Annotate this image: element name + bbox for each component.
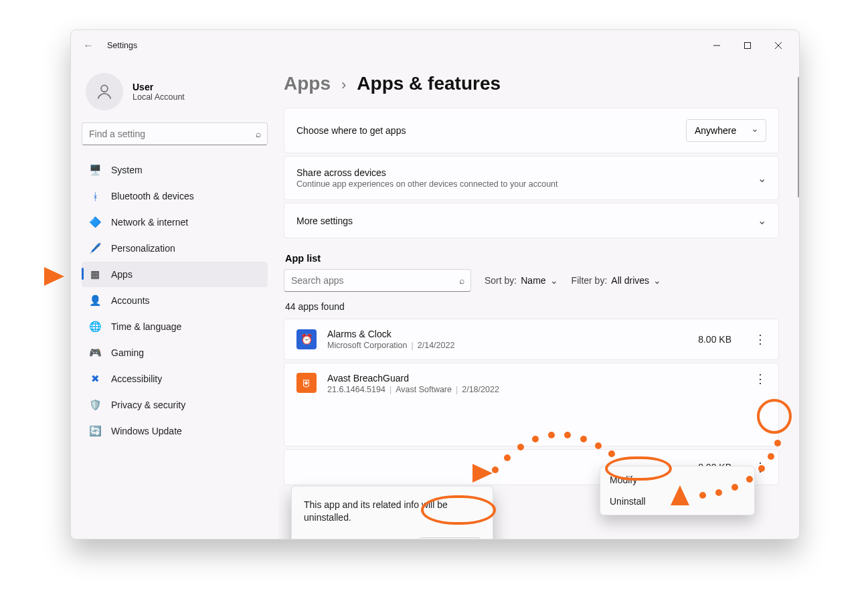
app-icon: ⏰ [296, 329, 317, 349]
nav-label: Windows Update [111, 426, 182, 436]
chevron-down-icon: ⌄ [550, 275, 558, 286]
nav-label: Personalization [111, 243, 175, 254]
more-button[interactable]: ⋮ [754, 373, 766, 385]
svg-rect-1 [745, 43, 751, 49]
more-button[interactable]: ⋮ [754, 333, 766, 345]
nav-icon: 🔄 [88, 425, 102, 437]
nav-label: Accounts [111, 295, 150, 306]
sort-value: Name [521, 275, 545, 286]
app-count: 44 apps found [285, 301, 779, 312]
account-type: Local Account [133, 92, 185, 102]
search-icon: ⌕ [256, 129, 261, 139]
search-apps[interactable]: ⌕ [284, 269, 471, 292]
minimize-button[interactable] [701, 35, 732, 56]
chevron-down-icon: ⌄ [758, 214, 766, 227]
filter-by-dropdown[interactable]: Filter by: All drives ⌄ [572, 275, 661, 286]
filter-label: Filter by: [572, 275, 608, 286]
titlebar: ← Settings [71, 30, 799, 61]
sidebar-item-accounts[interactable]: 👤Accounts [82, 288, 268, 313]
search-input[interactable] [82, 122, 268, 145]
close-button[interactable] [763, 35, 794, 56]
nav-icon: 🖥️ [88, 164, 102, 176]
nav-icon: ᚼ [88, 191, 102, 202]
annotation-arrow-icon [671, 485, 689, 505]
window-controls [701, 35, 794, 56]
chevron-right-icon: › [341, 76, 346, 94]
card-title: Choose where to get apps [296, 125, 406, 136]
chevron-down-icon: ⌄ [758, 172, 766, 185]
chevron-down-icon: ⌄ [653, 275, 661, 286]
sidebar: User Local Account ⌕ 🖥️SystemᚼBluetooth … [71, 61, 278, 539]
nav-icon: 🛡️ [88, 399, 102, 411]
nav-icon: 🖊️ [88, 242, 102, 254]
avatar-icon [86, 73, 123, 110]
card-subtitle: Continue app experiences on other device… [296, 179, 558, 189]
search-apps-input[interactable] [284, 269, 471, 292]
app-row-alarms[interactable]: ⏰ Alarms & Clock Microsoft Corporation|2… [284, 319, 779, 360]
app-size: 8.00 KB [698, 334, 731, 345]
nav-icon: 🔷 [88, 216, 102, 228]
scrollbar[interactable] [798, 77, 799, 197]
confirm-text: This app and its related info will be un… [304, 499, 481, 524]
nav-icon: 🎮 [88, 347, 102, 359]
app-row-avast[interactable]: ⛨ Avast BreachGuard 21.6.1464.5194|Avast… [284, 363, 779, 446]
sidebar-item-time-language[interactable]: 🌐Time & language [82, 314, 268, 339]
app-meta: Microsoft Corporation|2/14/2022 [327, 341, 454, 350]
nav-icon: ✖ [88, 373, 102, 385]
app-meta: 21.6.1464.5194|Avast Software|2/18/2022 [327, 385, 499, 394]
sidebar-item-system[interactable]: 🖥️System [82, 157, 268, 183]
nav-icon: ▦ [88, 268, 102, 280]
user-name: User [133, 82, 185, 92]
nav-label: Gaming [111, 347, 144, 358]
sort-by-dropdown[interactable]: Sort by: Name ⌄ [485, 275, 558, 286]
sidebar-item-personalization[interactable]: 🖊️Personalization [82, 236, 268, 261]
app-list-heading: App list [285, 253, 779, 264]
window-title: Settings [107, 41, 137, 50]
nav-label: Accessibility [111, 373, 162, 384]
sidebar-item-apps[interactable]: ▦Apps [82, 262, 268, 287]
nav-label: Time & language [111, 321, 181, 332]
sidebar-item-network-internet[interactable]: 🔷Network & internet [82, 209, 268, 235]
nav-label: System [111, 165, 143, 175]
breadcrumb-parent[interactable]: Apps [284, 73, 331, 94]
sidebar-item-windows-update[interactable]: 🔄Windows Update [82, 418, 268, 444]
app-name: Alarms & Clock [327, 329, 454, 339]
card-choose-where[interactable]: Choose where to get apps Anywhere [284, 108, 779, 153]
find-setting-search[interactable]: ⌕ [82, 122, 268, 145]
nav-label: Network & internet [111, 217, 188, 228]
app-icon: ⛨ [296, 373, 317, 393]
breadcrumb: Apps › Apps & features [278, 66, 799, 108]
nav-label: Bluetooth & devices [111, 191, 194, 201]
filter-value: All drives [611, 275, 649, 286]
nav-label: Apps [111, 269, 133, 280]
card-more-settings[interactable]: More settings ⌄ [284, 203, 779, 238]
maximize-button[interactable] [732, 35, 763, 56]
settings-window: ← Settings User Local Account ⌕ � [70, 29, 800, 539]
app-name: Avast BreachGuard [327, 373, 499, 384]
card-title: More settings [296, 216, 353, 226]
nav-icon: 🌐 [88, 321, 102, 333]
more-button[interactable]: ⋮ [754, 461, 766, 473]
sidebar-item-bluetooth-devices[interactable]: ᚼBluetooth & devices [82, 183, 268, 209]
sort-label: Sort by: [485, 275, 517, 286]
nav-icon: 👤 [88, 294, 102, 307]
card-title: Share across devices [296, 167, 558, 178]
nav-label: Privacy & security [111, 400, 185, 410]
main-pane: Apps › Apps & features Choose where to g… [278, 61, 799, 539]
search-icon: ⌕ [459, 275, 464, 286]
get-apps-dropdown[interactable]: Anywhere [686, 119, 766, 142]
sidebar-item-gaming[interactable]: 🎮Gaming [82, 340, 268, 365]
annotation-arrow-icon [44, 267, 64, 286]
back-button[interactable]: ← [76, 39, 100, 52]
page-title: Apps & features [357, 73, 501, 94]
uninstall-confirm-popup: This app and its related info will be un… [291, 486, 493, 539]
profile-block[interactable]: User Local Account [86, 73, 268, 110]
sidebar-item-accessibility[interactable]: ✖Accessibility [82, 366, 268, 392]
annotation-arrow-icon [472, 464, 493, 483]
svg-point-4 [101, 85, 108, 92]
confirm-uninstall-button[interactable]: Uninstall [419, 537, 481, 539]
sidebar-item-privacy-security[interactable]: 🛡️Privacy & security [82, 392, 268, 418]
card-share-devices[interactable]: Share across devices Continue app experi… [284, 156, 779, 200]
